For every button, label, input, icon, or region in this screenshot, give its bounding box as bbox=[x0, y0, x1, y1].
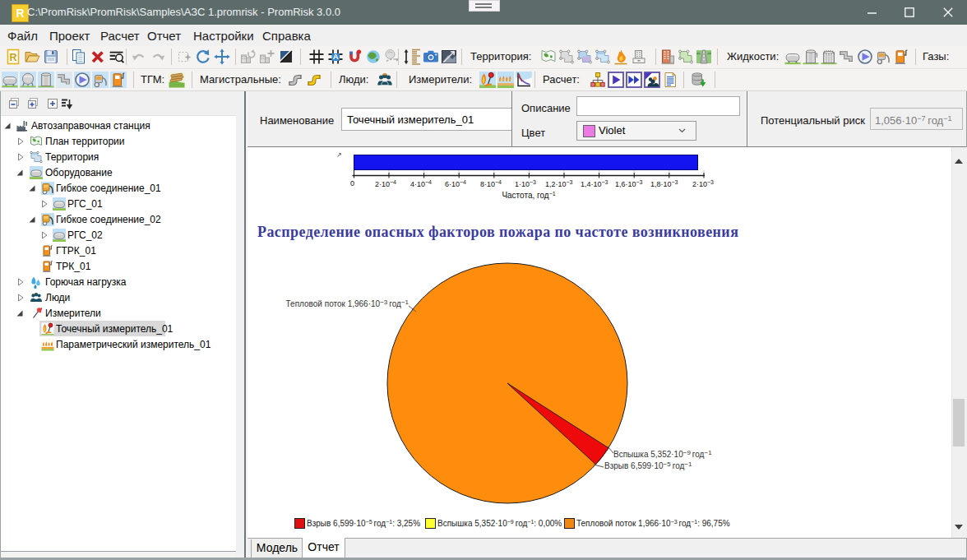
svg-text:R: R bbox=[9, 52, 16, 63]
svg-text:A: A bbox=[333, 52, 339, 61]
